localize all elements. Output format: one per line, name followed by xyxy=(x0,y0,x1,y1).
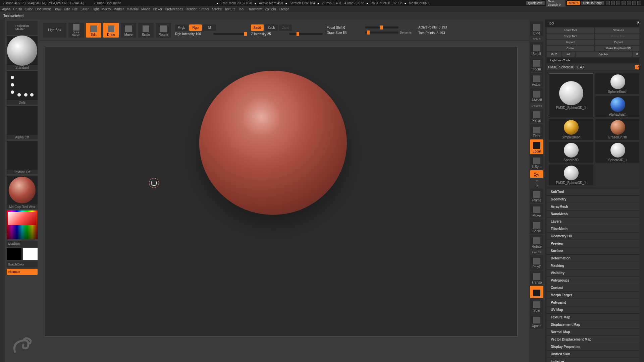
zsub-button[interactable]: Zsub xyxy=(265,24,278,31)
gallery-item[interactable]: Sphere3D_1 xyxy=(595,142,640,163)
menu-draw[interactable]: Draw xyxy=(53,7,61,11)
quick-sketch-button[interactable]: Quick Sketch xyxy=(68,23,84,38)
win-icon-1[interactable] xyxy=(606,1,610,5)
alpha-slot[interactable]: Alpha Off xyxy=(7,106,38,139)
gallery-item-active[interactable]: PM3D_Sphere3D_1 xyxy=(549,73,593,117)
xyz-button[interactable]: Xyz xyxy=(530,170,543,178)
aahalf-button[interactable]: AAHalf xyxy=(530,88,543,103)
goz-button[interactable]: GoZ xyxy=(547,52,561,57)
menu-stroke[interactable]: Stroke xyxy=(212,7,222,11)
color-picker[interactable] xyxy=(7,210,38,239)
accordion-initialize[interactable]: Initialize xyxy=(547,358,642,362)
alternate-button[interactable]: Alternate xyxy=(7,269,38,275)
menu-movie[interactable]: Movie xyxy=(141,7,150,11)
dynamic-strip-label[interactable]: Dynamic xyxy=(531,104,542,107)
stroke-slot[interactable]: Dots xyxy=(7,71,38,105)
menus-button[interactable]: Menus xyxy=(567,1,580,5)
win-icon-3[interactable] xyxy=(616,1,620,5)
frame-button[interactable]: Frame xyxy=(530,188,543,203)
import-button[interactable]: Import xyxy=(547,40,594,45)
menu-document[interactable]: Document xyxy=(36,7,51,11)
accordion-nanomesh[interactable]: NanoMesh xyxy=(547,210,642,218)
spix-label[interactable]: SPix 3 xyxy=(533,38,540,41)
menu-light[interactable]: Light xyxy=(92,7,99,11)
solo-button[interactable]: Solo xyxy=(530,299,543,313)
lsym-button[interactable]: L.Sym xyxy=(530,155,543,170)
scroll-button[interactable]: Scroll xyxy=(530,42,543,57)
menu-alpha[interactable]: Alpha xyxy=(2,7,11,11)
gallery-item[interactable]: AlphaBrush xyxy=(595,96,640,117)
goz-all-button[interactable]: All xyxy=(562,52,575,57)
menu-render[interactable]: Render xyxy=(186,7,197,11)
accordion-geometry-hd[interactable]: Geometry HD xyxy=(547,232,642,240)
focal-shift-slider[interactable] xyxy=(365,26,398,28)
viewport-canvas[interactable] xyxy=(45,47,518,337)
accordion-uv-map[interactable]: UV Map xyxy=(547,306,642,313)
zadd-button[interactable]: Zadd xyxy=(251,24,264,31)
floor-button[interactable]: Floor xyxy=(530,124,543,139)
transp-button[interactable]: Transp xyxy=(530,270,543,285)
accordion-unified-skin[interactable]: Unified Skin xyxy=(547,350,642,358)
menu-texture[interactable]: Texture xyxy=(224,7,235,11)
panel-pin-icon[interactable]: ⇱ xyxy=(637,21,641,25)
quicksave-button[interactable]: QuickSave xyxy=(526,1,545,5)
menu-macro[interactable]: Macro xyxy=(102,7,111,11)
persp-button[interactable]: Persp xyxy=(530,109,543,123)
clone-button[interactable]: Clone xyxy=(547,46,594,51)
polyf-button[interactable]: PolyF xyxy=(530,255,543,270)
accordion-normal-map[interactable]: Normal Map xyxy=(547,328,642,336)
brush-slot[interactable]: Standard xyxy=(7,36,38,70)
close-icon[interactable] xyxy=(637,1,641,5)
menu-zscript[interactable]: Zscript xyxy=(278,7,288,11)
menu-stencil[interactable]: Stencil xyxy=(199,7,209,11)
menu-preferences[interactable]: Preferences xyxy=(165,7,183,11)
accordion-arraymesh[interactable]: ArrayMesh xyxy=(547,203,642,210)
current-tool-row[interactable]: PM3D_Sphere3D_1. 49 R xyxy=(547,64,642,70)
menu-edit[interactable]: Edit xyxy=(64,7,70,11)
bpr-button[interactable]: BPR xyxy=(530,21,543,36)
zoom-button[interactable]: Zoom xyxy=(530,57,543,72)
gradient-button[interactable]: Gradient xyxy=(7,241,38,247)
accordion-polygroups[interactable]: Polygroups xyxy=(547,277,642,284)
xpose-button[interactable]: Xpose xyxy=(530,314,543,329)
gallery-item[interactable]: PM3D_Sphere3D_1 xyxy=(549,165,593,185)
rotate-mode-button[interactable]: Rotate xyxy=(156,23,171,38)
material-slot[interactable]: MatCap Red Wax xyxy=(7,176,38,209)
tool-r-button[interactable]: R xyxy=(635,65,641,69)
menu-marker[interactable]: Marker xyxy=(113,7,124,11)
save-as-button[interactable]: Save As xyxy=(595,27,642,33)
accordion-subtool[interactable]: SubTool xyxy=(547,188,642,195)
actual-button[interactable]: Actual xyxy=(530,73,543,87)
accordion-deformation[interactable]: Deformation xyxy=(547,254,642,262)
move-nav-button[interactable]: Move xyxy=(530,204,543,219)
scale-mode-button[interactable]: Scale xyxy=(138,23,154,38)
win-icon-2[interactable] xyxy=(611,1,615,5)
projection-master-button[interactable]: Projection Master xyxy=(7,21,38,35)
load-tool-button[interactable]: Load Tool xyxy=(547,27,594,33)
accordion-masking[interactable]: Masking xyxy=(547,262,642,269)
accordion-preview[interactable]: Preview xyxy=(547,240,642,247)
switchcolor-button[interactable]: SwitchColor xyxy=(7,261,38,267)
accordion-displacement-map[interactable]: Displacement Map xyxy=(547,321,642,328)
zcut-button[interactable]: Zcut xyxy=(279,24,292,31)
menu-zplugin[interactable]: Zplugin xyxy=(265,7,276,11)
orient-icon[interactable]: ⊕ xyxy=(536,179,538,182)
draw-size-slider[interactable] xyxy=(365,32,398,34)
accordion-geometry[interactable]: Geometry xyxy=(547,195,642,203)
win-icon-4[interactable] xyxy=(622,1,626,5)
secondary-color-swatch[interactable] xyxy=(7,248,21,260)
orient2-icon[interactable]: ⊙ xyxy=(536,184,538,187)
dynamic-label[interactable]: Dynamic xyxy=(400,31,412,34)
goz-r-button[interactable]: R xyxy=(633,52,642,57)
seethrough-slider[interactable]: See-through 0 xyxy=(546,0,566,7)
z-intensity-slider[interactable] xyxy=(289,33,323,35)
gallery-item[interactable]: EraserBrush xyxy=(595,119,640,140)
menu-file[interactable]: File xyxy=(72,7,78,11)
gallery-item[interactable]: SimpleBrush xyxy=(549,119,593,140)
accordion-morph-target[interactable]: Morph Target xyxy=(547,291,642,299)
maximize-icon[interactable] xyxy=(632,1,636,5)
copy-tool-button[interactable]: Copy Tool xyxy=(547,34,594,39)
texture-slot[interactable]: Texture Off xyxy=(7,141,38,174)
defaultzscript-button[interactable]: DefaultZScript xyxy=(581,1,604,5)
rotate-nav-button[interactable]: Rotate xyxy=(530,235,543,249)
